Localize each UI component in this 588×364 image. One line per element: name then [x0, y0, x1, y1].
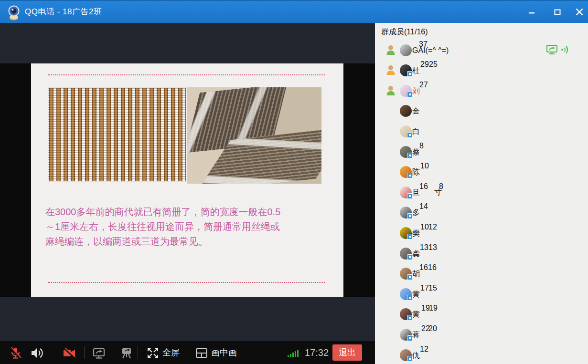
video-area: 在3000多年前的商代就已有简册了，简的宽度一般在0.5 ～1厘米左右，长度往往…	[0, 23, 375, 341]
mic-muted-button[interactable]	[8, 346, 22, 360]
partial-name-char: 19	[429, 304, 438, 312]
member-name: 旦	[412, 182, 420, 203]
partial-name-char: 27	[419, 81, 428, 89]
titlebar: QQ电话 - 18广告2班	[0, 0, 588, 23]
screen-share-icon	[546, 44, 558, 55]
partial-name-char: 25	[429, 60, 438, 69]
member-name: 刘	[412, 81, 420, 101]
slide-body-text: 在3000多年前的商代就已有简册了，简的宽度一般在0.5 ～1厘米左右，长度往往…	[45, 205, 338, 249]
partial-name-char: 37	[419, 40, 428, 49]
member-name: 多	[412, 202, 420, 223]
partial-name-char: 8	[419, 142, 424, 150]
pip-button[interactable]: 画中画	[211, 341, 237, 364]
member-row[interactable]: 仇12	[375, 345, 588, 364]
close-button[interactable]	[568, 1, 588, 23]
member-name: 黄	[412, 284, 420, 304]
member-name: 黄	[412, 304, 420, 324]
member-name: 金	[412, 101, 420, 121]
member-name: 胡	[412, 263, 420, 284]
video-top-band	[0, 23, 375, 63]
member-name: 白	[412, 121, 420, 142]
pip-icon[interactable]	[195, 346, 208, 360]
call-toolbar: 全屏 画中画 17:32 退出	[0, 341, 375, 364]
partial-name-char: 16	[428, 263, 437, 272]
member-row[interactable]: 蔡8	[375, 142, 588, 162]
toolbar-divider	[138, 346, 138, 359]
member-name: 樊	[412, 223, 420, 243]
signal-bars-icon	[288, 349, 300, 357]
close-icon	[576, 8, 583, 16]
online-status-person-icon	[386, 45, 396, 55]
member-name: 陈	[412, 162, 420, 182]
online-status-person-icon	[386, 85, 396, 96]
slide-dotted-line-top	[48, 74, 325, 75]
partial-name-char: 14	[419, 202, 428, 211]
member-row[interactable]: 樊1012	[375, 223, 588, 243]
window-title: QQ电话 - 18广告2班	[25, 1, 102, 23]
member-name: 仇	[412, 345, 420, 364]
speaker-button[interactable]	[30, 346, 44, 360]
member-name: 蔡	[412, 142, 420, 162]
member-count-header: 群成员(11/16)	[381, 27, 428, 37]
partial-name-char: 8	[439, 182, 443, 191]
partial-name-char: 13	[420, 243, 428, 252]
partial-name-char: 12	[420, 345, 428, 354]
video-bottom-band	[0, 297, 375, 341]
fullscreen-icon[interactable]	[146, 346, 160, 360]
member-row[interactable]: 刘27	[375, 81, 588, 101]
member-row[interactable]: GAI(=^ ^=)37	[375, 40, 588, 61]
minimize-icon	[528, 9, 535, 15]
maximize-icon	[554, 9, 561, 15]
member-row[interactable]: 黄1919	[375, 304, 588, 324]
slide-dotted-line-bottom	[48, 282, 325, 283]
voice-wave-icon	[560, 45, 570, 54]
camera-muted-button[interactable]	[62, 346, 76, 360]
bamboo-book-open-photo	[187, 87, 321, 184]
partial-name-char: 12	[428, 223, 437, 231]
member-row[interactable]: 多14	[375, 202, 588, 223]
partial-name-char: 13	[428, 243, 437, 252]
member-name: 蒋	[412, 324, 420, 345]
avatar	[400, 105, 412, 117]
avatar	[400, 44, 412, 56]
qq-call-window: QQ电话 - 18广告2班 在3000多年前的商代就已有简册了，简的宽度一般在0…	[0, 0, 588, 364]
member-name: 杜	[412, 60, 420, 81]
member-row[interactable]: 蒋2220	[375, 324, 588, 345]
presentation-slide: 在3000多年前的商代就已有简册了，简的宽度一般在0.5 ～1厘米左右，长度往往…	[31, 63, 343, 297]
member-row[interactable]: 杜2925	[375, 60, 588, 81]
partial-name-char: 16	[419, 182, 428, 191]
online-status-person-icon	[386, 65, 396, 75]
partial-name-char: 29	[420, 60, 429, 69]
partial-name-char: 10	[420, 162, 429, 170]
partial-name-char: 17	[420, 284, 429, 292]
member-row[interactable]: 胡1616	[375, 263, 588, 284]
partial-name-char: 20	[428, 324, 437, 333]
minimize-button[interactable]	[521, 1, 543, 23]
call-duration: 17:32	[305, 341, 329, 364]
partial-name-char: 16	[419, 263, 428, 272]
member-row[interactable]: 黄1715	[375, 284, 588, 304]
toolbar-divider	[84, 346, 85, 359]
partial-name-char: 10	[420, 223, 429, 231]
member-row[interactable]: 龚1313	[375, 243, 588, 264]
webcam-app-icon	[6, 4, 21, 21]
member-name: GAI(=^ ^=)	[412, 40, 449, 61]
member-row[interactable]: 白	[375, 121, 588, 142]
projector-button[interactable]	[119, 346, 134, 360]
member-row[interactable]: 陈10	[375, 162, 588, 182]
fullscreen-button[interactable]: 全屏	[162, 341, 180, 364]
member-row[interactable]: 旦16寸8	[375, 182, 588, 203]
bamboo-slips-strips-photo	[48, 87, 186, 182]
member-row[interactable]: 金	[375, 101, 588, 121]
partial-name-char: 15	[428, 284, 437, 292]
screen-share-button[interactable]	[92, 346, 106, 360]
member-activity-icons	[546, 44, 579, 55]
member-name: 龚	[412, 243, 420, 264]
member-sidebar: 群成员(11/16) GAI(=^ ^=)37 杜2925 刘27金白蔡8陈10…	[375, 23, 588, 364]
maximize-button[interactable]	[546, 1, 568, 23]
exit-call-button[interactable]: 退出	[332, 344, 362, 361]
